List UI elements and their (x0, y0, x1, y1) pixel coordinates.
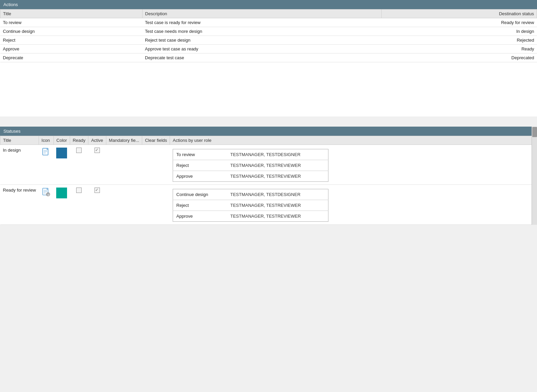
statuses-col-ready: Ready (70, 136, 88, 145)
statuses-col-title: Title (0, 136, 39, 145)
role-table-row: To review TESTMANAGER, TESTDESIGNER (173, 149, 328, 160)
action-description: Approve test case as ready (142, 45, 381, 53)
action-description: Deprecate test case (142, 53, 381, 62)
status-clearfields (142, 145, 170, 185)
action-title: Deprecate (0, 53, 143, 62)
svg-text:⚙: ⚙ (47, 193, 49, 196)
actions-empty-area (0, 62, 537, 116)
action-title: Continue design (0, 27, 143, 36)
statuses-panel: Statuses Title Icon Color Ready Active M… (0, 127, 537, 225)
status-clearfields (142, 185, 170, 225)
status-title: In design (0, 145, 39, 185)
status-color (53, 185, 70, 225)
role-table-row: Reject TESTMANAGER, TESTREVIEWER (173, 200, 328, 211)
status-actions-by-role: Continue design TESTMANAGER, TESTDESIGNE… (170, 185, 537, 225)
role-table-row: Reject TESTMANAGER, TESTREVIEWER (173, 160, 328, 171)
action-destination: Ready for review (381, 18, 537, 27)
actions-col-description: Description (142, 9, 381, 18)
color-swatch[interactable] (56, 188, 67, 198)
role-table-row: Approve TESTMANAGER, TESTREVIEWER (173, 171, 328, 182)
role-users: TESTMANAGER, TESTREVIEWER (227, 171, 328, 182)
color-swatch[interactable] (56, 148, 67, 158)
actions-table-row[interactable]: Deprecate Deprecate test case Deprecated (0, 53, 537, 62)
statuses-table-row: Ready for review ⚙ Continue design TESTM… (0, 185, 537, 225)
role-table-row: Continue design TESTMANAGER, TESTDESIGNE… (173, 189, 328, 200)
action-title: To review (0, 18, 143, 27)
actions-table: Title Description Destination status To … (0, 9, 537, 62)
actions-table-row[interactable]: Reject Reject test case design Rejected (0, 36, 537, 45)
role-users: TESTMANAGER, TESTDESIGNER (227, 149, 328, 160)
role-action: Approve (173, 171, 227, 182)
active-checkbox[interactable] (94, 188, 100, 193)
action-description: Reject test case design (142, 36, 381, 45)
actions-table-row[interactable]: Approve Approve test case as ready Ready (0, 45, 537, 53)
status-active[interactable] (88, 185, 106, 225)
action-destination: Deprecated (381, 53, 537, 62)
scroll-bar[interactable] (532, 127, 537, 225)
role-action: Reject (173, 160, 227, 171)
statuses-col-actions-role: Actions by user role (170, 136, 537, 145)
role-users: TESTMANAGER, TESTDESIGNER (227, 189, 328, 200)
role-action: To review (173, 149, 227, 160)
status-icon (39, 145, 53, 185)
statuses-col-mandatory: Mandatory fie... (106, 136, 142, 145)
actions-panel: Actions Title Description Destination st… (0, 0, 537, 116)
statuses-table: Title Icon Color Ready Active Mandatory … (0, 136, 537, 225)
status-mandatory (106, 185, 142, 225)
actions-header: Actions (0, 0, 537, 9)
role-table: Continue design TESTMANAGER, TESTDESIGNE… (173, 189, 328, 222)
role-action: Approve (173, 211, 227, 222)
statuses-table-row: In design To review TESTMANAGER, TESTDES… (0, 145, 537, 185)
action-title: Approve (0, 45, 143, 53)
action-description: Test case is ready for review (142, 18, 381, 27)
statuses-col-active: Active (88, 136, 106, 145)
role-action: Reject (173, 200, 227, 211)
ready-checkbox[interactable] (76, 148, 82, 153)
scroll-thumb[interactable] (532, 127, 537, 137)
status-active[interactable] (88, 145, 106, 185)
role-action: Continue design (173, 189, 227, 200)
statuses-col-clearfields: Clear fields (142, 136, 170, 145)
role-table-row: Approve TESTMANAGER, TESTREVIEWER (173, 211, 328, 222)
status-ready[interactable] (70, 185, 88, 225)
status-mandatory (106, 145, 142, 185)
status-ready[interactable] (70, 145, 88, 185)
action-description: Test case needs more design (142, 27, 381, 36)
role-users: TESTMANAGER, TESTREVIEWER (227, 160, 328, 171)
action-destination: Rejected (381, 36, 537, 45)
actions-table-row[interactable]: To review Test case is ready for review … (0, 18, 537, 27)
doc-icon (41, 148, 51, 157)
ready-checkbox[interactable] (76, 188, 82, 193)
action-destination: Ready (381, 45, 537, 53)
active-checkbox[interactable] (94, 148, 100, 153)
statuses-col-color: Color (53, 136, 70, 145)
role-table: To review TESTMANAGER, TESTDESIGNER Reje… (173, 149, 328, 182)
action-destination: In design (381, 27, 537, 36)
status-title: Ready for review (0, 185, 39, 225)
status-color (53, 145, 70, 185)
role-users: TESTMANAGER, TESTREVIEWER (227, 200, 328, 211)
actions-table-row[interactable]: Continue design Test case needs more des… (0, 27, 537, 36)
statuses-header: Statuses (0, 127, 537, 136)
status-icon: ⚙ (39, 185, 53, 225)
actions-col-title: Title (0, 9, 143, 18)
doc2-icon: ⚙ (41, 188, 51, 197)
actions-col-destination: Destination status (381, 9, 537, 18)
statuses-col-icon: Icon (39, 136, 53, 145)
status-actions-by-role: To review TESTMANAGER, TESTDESIGNER Reje… (170, 145, 537, 185)
role-users: TESTMANAGER, TESTREVIEWER (227, 211, 328, 222)
action-title: Reject (0, 36, 143, 45)
